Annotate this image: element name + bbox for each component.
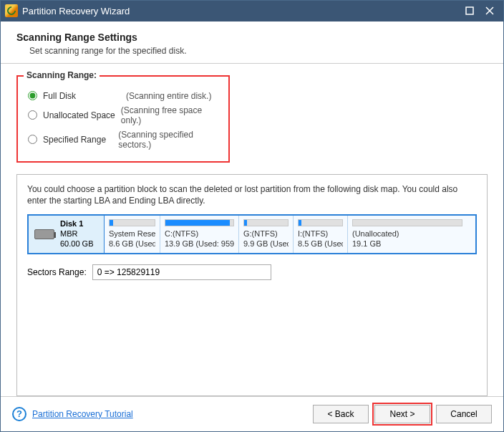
radio-desc: (Scanning specified sectors.): [118, 130, 218, 150]
disk-name: Disk 1: [60, 219, 83, 228]
usage-bar: [298, 219, 343, 226]
cancel-button[interactable]: Cancel: [436, 405, 492, 423]
partition-name: I:(NTFS): [298, 229, 343, 239]
partition-name: G:(NTFS): [243, 229, 289, 239]
partitions-container: System Reser8.6 GB (Used:C:(NTFS)13.9 GB…: [105, 216, 475, 253]
scanning-range-group: Scanning Range: Full Disk (Scanning enti…: [16, 75, 230, 163]
scanning-range-legend: Scanning Range:: [24, 70, 100, 80]
usage-bar: [243, 219, 289, 226]
partition-detail: 19.1 GB: [352, 239, 462, 249]
panel-note: You could choose a partition block to sc…: [27, 183, 477, 208]
sectors-input[interactable]: [92, 264, 271, 280]
window-controls: [465, 6, 499, 16]
partition-detail: 9.9 GB (Used: [243, 239, 289, 249]
next-button[interactable]: Next >: [374, 405, 430, 423]
maximize-button[interactable]: [465, 6, 475, 16]
page-title: Scanning Range Settings: [16, 32, 488, 43]
partition-detail: 8.6 GB (Used:: [109, 239, 155, 249]
partition-block[interactable]: C:(NTFS)13.9 GB (Used: 959: [160, 216, 239, 253]
radio-specified-input[interactable]: [28, 135, 37, 144]
wizard-window: Partition Recovery Wizard Scanning Range…: [0, 0, 504, 432]
footer: ? Partition Recovery Tutorial < Back Nex…: [1, 396, 503, 431]
usage-bar: [109, 219, 155, 226]
disk-icon: [34, 229, 54, 239]
partition-block[interactable]: G:(NTFS)9.9 GB (Used: [239, 216, 294, 253]
disk-size: 60.00 GB: [60, 239, 93, 248]
svg-rect-0: [466, 7, 473, 14]
usage-bar: [352, 219, 462, 226]
help-area: ? Partition Recovery Tutorial: [12, 407, 133, 421]
back-button[interactable]: < Back: [313, 405, 369, 423]
radio-full-disk[interactable]: Full Disk (Scanning entire disk.): [28, 91, 218, 101]
disk-map: Disk 1 MBR 60.00 GB System Reser8.6 GB (…: [27, 214, 477, 254]
radio-full-disk-input[interactable]: [28, 91, 37, 100]
partition-name: (Unallocated): [352, 229, 462, 239]
radio-desc: (Scanning free space only.): [121, 105, 218, 125]
radio-unallocated-input[interactable]: [28, 110, 37, 120]
page-subtitle: Set scanning range for the specified dis…: [29, 46, 488, 56]
radio-label: Full Disk: [43, 91, 126, 101]
window-title: Partition Recovery Wizard: [22, 6, 465, 16]
partition-name: C:(NTFS): [165, 229, 234, 239]
usage-bar: [165, 219, 234, 226]
titlebar: Partition Recovery Wizard: [1, 1, 503, 21]
disk-scheme: MBR: [60, 229, 77, 238]
page-header: Scanning Range Settings Set scanning ran…: [1, 21, 503, 64]
radio-desc: (Scanning entire disk.): [126, 91, 211, 101]
partition-block[interactable]: System Reser8.6 GB (Used:: [105, 216, 160, 253]
partition-name: System Reser: [109, 229, 155, 239]
radio-specified[interactable]: Specified Range (Scanning specified sect…: [28, 130, 218, 150]
disk-info[interactable]: Disk 1 MBR 60.00 GB: [29, 216, 105, 253]
app-icon: [5, 4, 18, 17]
help-icon[interactable]: ?: [12, 407, 26, 421]
radio-label: Specified Range: [43, 135, 118, 145]
sectors-label: Sectors Range:: [27, 267, 87, 277]
partition-block[interactable]: (Unallocated)19.1 GB: [348, 216, 467, 253]
help-link[interactable]: Partition Recovery Tutorial: [32, 409, 133, 419]
radio-label: Unallocated Space: [43, 110, 121, 120]
close-button[interactable]: [485, 6, 495, 16]
partition-detail: 13.9 GB (Used: 959: [165, 239, 234, 249]
disk-panel: You could choose a partition block to sc…: [16, 174, 488, 396]
content-area: Scanning Range: Full Disk (Scanning enti…: [1, 64, 503, 396]
footer-buttons: < Back Next > Cancel: [313, 405, 492, 423]
partition-detail: 8.5 GB (Used: [298, 239, 343, 249]
partition-block[interactable]: I:(NTFS)8.5 GB (Used: [294, 216, 348, 253]
sectors-range-row: Sectors Range:: [27, 264, 477, 280]
radio-unallocated[interactable]: Unallocated Space (Scanning free space o…: [28, 105, 218, 125]
